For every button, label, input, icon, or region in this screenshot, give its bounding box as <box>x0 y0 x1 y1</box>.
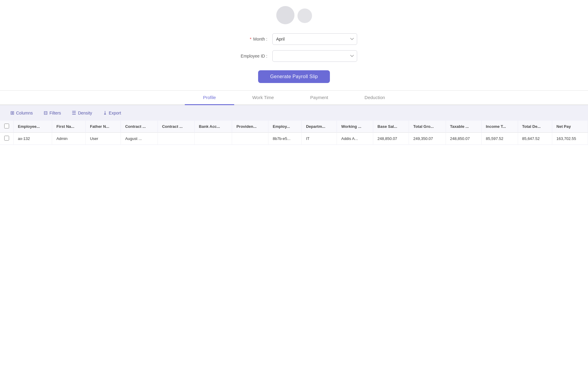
col-provident: Providen... <box>232 121 268 133</box>
filters-button[interactable]: ⊟ Filters <box>39 108 65 118</box>
table-section: ⊞ Columns ⊟ Filters ☰ Density ⤓ Export <box>0 105 588 145</box>
cell-contract-start: August ... <box>121 133 158 145</box>
col-department: Departm... <box>302 121 337 133</box>
col-first-name: First Na... <box>52 121 86 133</box>
cell-contract-type <box>158 133 194 145</box>
month-row: * Month : April January February March M… <box>203 33 385 45</box>
header-checkbox-cell <box>0 121 14 133</box>
tabs-container: Profile Work Time Payment Deduction <box>0 91 588 105</box>
cell-employment: 8b7b-e5... <box>268 133 302 145</box>
col-taxable: Taxable ... <box>446 121 481 133</box>
page-wrapper: * Month : April January February March M… <box>0 0 588 372</box>
col-income-tax: Income T... <box>481 121 518 133</box>
tab-payment[interactable]: Payment <box>292 91 346 105</box>
col-bank-account: Bank Acc... <box>194 121 232 133</box>
cell-total-deduction: 85,647.52 <box>518 133 552 145</box>
export-icon: ⤓ <box>103 110 107 116</box>
employee-id-row: Employee ID : <box>203 50 385 62</box>
employee-id-label: Employee ID : <box>231 54 267 58</box>
header-checkbox[interactable] <box>4 124 9 128</box>
cell-total-gross: 249,350.07 <box>409 133 446 145</box>
required-star: * <box>250 37 251 42</box>
month-select[interactable]: April January February March May June Ju… <box>272 33 357 45</box>
avatar-small <box>297 8 312 23</box>
generate-payroll-button[interactable]: Generate Payroll Slip <box>258 70 330 83</box>
col-net-pay: Net Pay <box>552 121 588 133</box>
columns-icon: ⊞ <box>10 110 14 116</box>
col-working: Working ... <box>337 121 373 133</box>
data-table: Employee... First Na... Father N... Cont… <box>0 121 588 145</box>
cell-provident <box>232 133 268 145</box>
col-total-deduction: Total De... <box>518 121 552 133</box>
col-total-gross: Total Gro... <box>409 121 446 133</box>
density-button[interactable]: ☰ Density <box>68 108 96 118</box>
density-icon: ☰ <box>72 110 76 116</box>
month-label: * Month : <box>231 37 267 42</box>
col-contract-type: Contract ... <box>158 121 194 133</box>
row-checkbox-cell <box>0 133 14 145</box>
col-employee-id: Employee... <box>14 121 52 133</box>
filters-icon: ⊟ <box>44 110 48 116</box>
columns-button[interactable]: ⊞ Columns <box>6 108 37 118</box>
tab-deduction[interactable]: Deduction <box>346 91 403 105</box>
cell-working: Addis A... <box>337 133 373 145</box>
cell-income-tax: 85,597.52 <box>481 133 518 145</box>
avatar-area <box>276 6 312 24</box>
tab-profile[interactable]: Profile <box>185 91 234 105</box>
cell-net-pay: 163,702.55 <box>552 133 588 145</box>
col-contract-start: Contract ... <box>121 121 158 133</box>
form-area: * Month : April January February March M… <box>203 33 385 83</box>
cell-department: IT <box>302 133 337 145</box>
export-button[interactable]: ⤓ Export <box>99 108 125 118</box>
cell-first-name: Admin <box>52 133 86 145</box>
table-header-row: Employee... First Na... Father N... Cont… <box>0 121 588 133</box>
table-row: ax-132 Admin User August ... 8b7b-e5... … <box>0 133 588 145</box>
cell-father-name: User <box>85 133 121 145</box>
tab-work-time[interactable]: Work Time <box>234 91 292 105</box>
row-checkbox[interactable] <box>4 136 9 141</box>
cell-base-salary: 248,850.07 <box>373 133 409 145</box>
employee-id-select[interactable] <box>272 50 357 62</box>
col-base-salary: Base Sal... <box>373 121 409 133</box>
cell-bank-account <box>194 133 232 145</box>
cell-employee-id: ax-132 <box>14 133 52 145</box>
toolbar: ⊞ Columns ⊟ Filters ☰ Density ⤓ Export <box>0 105 588 121</box>
col-employment: Employ... <box>268 121 302 133</box>
avatar-large <box>276 6 294 24</box>
cell-taxable: 248,850.07 <box>446 133 481 145</box>
col-father-name: Father N... <box>85 121 121 133</box>
